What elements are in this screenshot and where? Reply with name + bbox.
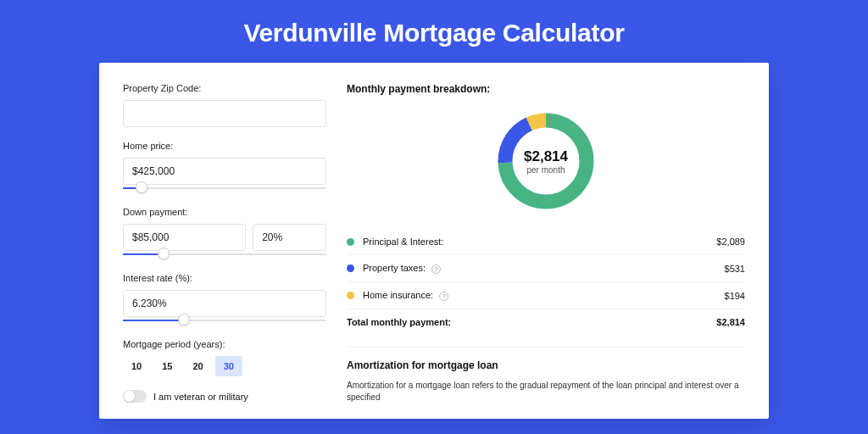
legend-dot-icon [347,264,354,272]
down-payment-slider[interactable] [123,249,326,259]
veteran-row: I am veteran or military [123,390,326,403]
legend-value: $531 [725,264,745,274]
legend-label: Property taxes: ? [363,263,725,274]
breakdown-panel: Monthly payment breakdown: $2,814 per mo… [347,83,745,419]
amortization-text: Amortization for a mortgage loan refers … [347,380,745,403]
interest-slider[interactable] [123,315,326,326]
period-button-30[interactable]: 30 [215,356,242,376]
calculator-card: Property Zip Code: Home price: Down paym… [99,63,769,419]
legend-row: Principal & Interest:$2,089 [347,229,745,254]
donut-sub: per month [526,165,565,175]
period-field: Mortgage period (years): 10152030 [123,339,326,376]
donut-chart: $2,814 per month [493,108,598,214]
legend: Principal & Interest:$2,089Property taxe… [347,229,745,309]
veteran-label: I am veteran or military [153,392,248,402]
total-row: Total monthly payment: $2,814 [347,309,745,335]
home-price-input[interactable] [123,158,326,185]
page-title: Verdunville Mortgage Calculator [0,0,868,63]
down-payment-label: Down payment: [123,207,326,217]
interest-input[interactable] [123,290,326,317]
donut-chart-wrap: $2,814 per month [347,103,745,229]
zip-field: Property Zip Code: [123,83,326,127]
total-label: Total monthly payment: [347,317,716,327]
total-value: $2,814 [716,317,745,327]
legend-label: Principal & Interest: [363,236,716,247]
donut-amount: $2,814 [524,148,568,165]
amortization-block: Amortization for mortgage loan Amortizat… [347,347,745,403]
zip-input[interactable] [123,100,326,127]
form-panel: Property Zip Code: Home price: Down paym… [123,83,326,419]
interest-label: Interest rate (%): [123,273,326,283]
info-icon[interactable]: ? [439,292,448,301]
period-button-10[interactable]: 10 [123,356,150,376]
period-label: Mortgage period (years): [123,339,326,349]
down-payment-input[interactable] [123,224,246,251]
period-button-row: 10152030 [123,356,326,376]
down-payment-field: Down payment: [123,207,326,259]
legend-label: Home insurance: ? [363,290,725,301]
legend-value: $2,089 [716,236,745,247]
interest-field: Interest rate (%): [123,273,326,326]
period-button-20[interactable]: 20 [185,356,212,376]
period-button-15[interactable]: 15 [153,356,181,376]
legend-row: Home insurance: ?$194 [347,281,745,309]
info-icon[interactable]: ? [431,264,441,274]
veteran-toggle[interactable] [123,390,147,403]
home-price-slider[interactable] [123,183,326,193]
home-price-label: Home price: [123,141,326,151]
amortization-title: Amortization for mortgage loan [347,359,745,371]
breakdown-title: Monthly payment breakdown: [347,83,745,95]
legend-value: $194 [725,291,745,301]
home-price-field: Home price: [123,141,326,193]
zip-label: Property Zip Code: [123,83,326,93]
legend-row: Property taxes: ?$531 [347,254,745,281]
legend-dot-icon [347,292,354,299]
down-payment-pct-input[interactable] [253,224,326,251]
legend-dot-icon [347,238,354,246]
